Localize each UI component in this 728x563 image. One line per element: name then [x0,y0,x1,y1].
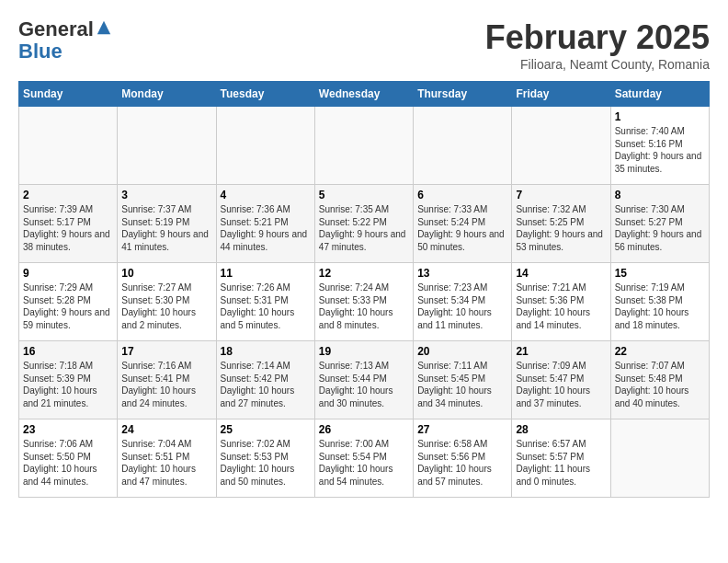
day-info: Sunrise: 7:27 AM Sunset: 5:30 PM Dayligh… [121,282,211,331]
day-number: 13 [417,267,507,280]
calendar-cell [512,107,610,185]
calendar-cell: 11Sunrise: 7:26 AM Sunset: 5:31 PM Dayli… [216,263,314,341]
day-number: 9 [23,267,113,280]
calendar-cell: 22Sunrise: 7:07 AM Sunset: 5:48 PM Dayli… [610,341,709,419]
calendar-week-2: 2Sunrise: 7:39 AM Sunset: 5:17 PM Daylig… [19,185,710,263]
logo-icon [96,19,112,36]
logo-blue: Blue [18,40,63,63]
day-number: 2 [23,189,113,201]
day-number: 10 [121,267,211,280]
weekday-header-friday: Friday [512,82,610,107]
day-info: Sunrise: 7:02 AM Sunset: 5:53 PM Dayligh… [221,438,311,488]
day-number: 1 [615,110,705,123]
day-info: Sunrise: 7:21 AM Sunset: 5:36 PM Dayligh… [516,282,606,331]
calendar-week-4: 16Sunrise: 7:18 AM Sunset: 5:39 PM Dayli… [19,341,710,419]
day-info: Sunrise: 7:23 AM Sunset: 5:34 PM Dayligh… [417,282,507,331]
day-info: Sunrise: 7:32 AM Sunset: 5:25 PM Dayligh… [516,203,606,253]
weekday-header-row: SundayMondayTuesdayWednesdayThursdayFrid… [19,82,710,107]
day-number: 19 [319,345,409,358]
day-number: 21 [516,345,606,358]
calendar-week-3: 9Sunrise: 7:29 AM Sunset: 5:28 PM Daylig… [19,263,710,341]
day-number: 6 [417,189,507,201]
day-number: 24 [121,423,211,436]
calendar-cell: 12Sunrise: 7:24 AM Sunset: 5:33 PM Dayli… [314,263,413,341]
calendar-cell [118,107,216,185]
day-info: Sunrise: 7:18 AM Sunset: 5:39 PM Dayligh… [23,360,113,409]
day-number: 15 [615,267,705,280]
day-info: Sunrise: 7:40 AM Sunset: 5:16 PM Dayligh… [615,125,705,175]
day-info: Sunrise: 7:16 AM Sunset: 5:41 PM Dayligh… [121,360,211,409]
day-info: Sunrise: 7:24 AM Sunset: 5:33 PM Dayligh… [319,282,409,331]
calendar-cell: 17Sunrise: 7:16 AM Sunset: 5:41 PM Dayli… [118,341,216,419]
day-number: 16 [23,345,113,358]
day-number: 18 [221,345,311,358]
day-info: Sunrise: 7:35 AM Sunset: 5:22 PM Dayligh… [319,203,409,253]
weekday-header-sunday: Sunday [19,82,118,107]
calendar-cell: 20Sunrise: 7:11 AM Sunset: 5:45 PM Dayli… [414,341,512,419]
calendar-cell: 4Sunrise: 7:36 AM Sunset: 5:21 PM Daylig… [216,185,314,263]
day-info: Sunrise: 7:00 AM Sunset: 5:54 PM Dayligh… [319,438,409,488]
weekday-header-saturday: Saturday [610,82,709,107]
month-title: February 2025 [485,18,710,57]
calendar-cell: 3Sunrise: 7:37 AM Sunset: 5:19 PM Daylig… [118,185,216,263]
page-header: General Blue February 2025 Filioara, Nea… [18,18,710,72]
day-info: Sunrise: 7:37 AM Sunset: 5:19 PM Dayligh… [121,203,211,253]
day-number: 20 [417,345,507,358]
calendar-cell: 27Sunrise: 6:58 AM Sunset: 5:56 PM Dayli… [414,419,512,498]
calendar-cell: 8Sunrise: 7:30 AM Sunset: 5:27 PM Daylig… [610,185,709,263]
calendar-cell: 13Sunrise: 7:23 AM Sunset: 5:34 PM Dayli… [414,263,512,341]
day-number: 7 [516,189,606,201]
day-number: 23 [23,423,113,436]
calendar-cell: 9Sunrise: 7:29 AM Sunset: 5:28 PM Daylig… [19,263,118,341]
calendar-cell [610,419,709,498]
day-info: Sunrise: 7:11 AM Sunset: 5:45 PM Dayligh… [417,360,507,409]
day-number: 3 [121,189,211,201]
calendar-cell: 19Sunrise: 7:13 AM Sunset: 5:44 PM Dayli… [314,341,413,419]
day-number: 22 [615,345,705,358]
day-info: Sunrise: 7:13 AM Sunset: 5:44 PM Dayligh… [319,360,409,409]
calendar-week-1: 1Sunrise: 7:40 AM Sunset: 5:16 PM Daylig… [19,107,710,185]
day-number: 28 [516,423,606,436]
calendar-cell: 21Sunrise: 7:09 AM Sunset: 5:47 PM Dayli… [512,341,610,419]
day-info: Sunrise: 7:06 AM Sunset: 5:50 PM Dayligh… [23,438,113,488]
weekday-header-wednesday: Wednesday [314,82,413,107]
day-number: 25 [221,423,311,436]
day-number: 26 [319,423,409,436]
calendar-table: SundayMondayTuesdayWednesdayThursdayFrid… [18,81,710,498]
calendar-cell: 24Sunrise: 7:04 AM Sunset: 5:51 PM Dayli… [118,419,216,498]
calendar-cell: 1Sunrise: 7:40 AM Sunset: 5:16 PM Daylig… [610,107,709,185]
calendar-cell: 2Sunrise: 7:39 AM Sunset: 5:17 PM Daylig… [19,185,118,263]
calendar-cell: 14Sunrise: 7:21 AM Sunset: 5:36 PM Dayli… [512,263,610,341]
calendar-cell: 28Sunrise: 6:57 AM Sunset: 5:57 PM Dayli… [512,419,610,498]
calendar-cell: 5Sunrise: 7:35 AM Sunset: 5:22 PM Daylig… [314,185,413,263]
day-number: 11 [221,267,311,280]
day-number: 4 [221,189,311,201]
svg-marker-0 [97,21,110,34]
day-info: Sunrise: 7:33 AM Sunset: 5:24 PM Dayligh… [417,203,507,253]
day-number: 27 [417,423,507,436]
calendar-cell: 15Sunrise: 7:19 AM Sunset: 5:38 PM Dayli… [610,263,709,341]
calendar-cell: 10Sunrise: 7:27 AM Sunset: 5:30 PM Dayli… [118,263,216,341]
calendar-cell [19,107,118,185]
location-subtitle: Filioara, Neamt County, Romania [485,57,710,72]
calendar-cell [314,107,413,185]
weekday-header-thursday: Thursday [414,82,512,107]
calendar-cell: 25Sunrise: 7:02 AM Sunset: 5:53 PM Dayli… [216,419,314,498]
calendar-cell: 26Sunrise: 7:00 AM Sunset: 5:54 PM Dayli… [314,419,413,498]
day-info: Sunrise: 7:04 AM Sunset: 5:51 PM Dayligh… [121,438,211,488]
day-info: Sunrise: 7:36 AM Sunset: 5:21 PM Dayligh… [221,203,311,253]
day-info: Sunrise: 7:39 AM Sunset: 5:17 PM Dayligh… [23,203,113,253]
title-area: February 2025 Filioara, Neamt County, Ro… [485,18,710,72]
day-info: Sunrise: 7:19 AM Sunset: 5:38 PM Dayligh… [615,282,705,331]
day-info: Sunrise: 7:14 AM Sunset: 5:42 PM Dayligh… [221,360,311,409]
calendar-cell: 18Sunrise: 7:14 AM Sunset: 5:42 PM Dayli… [216,341,314,419]
logo: General Blue [18,18,112,63]
calendar-cell: 6Sunrise: 7:33 AM Sunset: 5:24 PM Daylig… [414,185,512,263]
day-info: Sunrise: 7:07 AM Sunset: 5:48 PM Dayligh… [615,360,705,409]
day-number: 8 [615,189,705,201]
calendar-cell: 23Sunrise: 7:06 AM Sunset: 5:50 PM Dayli… [19,419,118,498]
day-number: 12 [319,267,409,280]
day-info: Sunrise: 6:57 AM Sunset: 5:57 PM Dayligh… [516,438,606,488]
day-info: Sunrise: 7:09 AM Sunset: 5:47 PM Dayligh… [516,360,606,409]
weekday-header-monday: Monday [118,82,216,107]
